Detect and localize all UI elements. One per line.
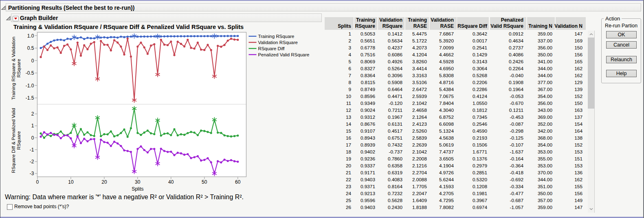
svg-text:-1.5: -1.5	[26, 95, 34, 101]
svg-text:0: 0	[31, 58, 34, 64]
svg-text:-1.0: -1.0	[26, 83, 34, 89]
svg-text:-3: -3	[30, 171, 34, 176]
svg-text:1: 1	[31, 123, 34, 129]
svg-text:60: 60	[235, 179, 241, 185]
svg-text:20: 20	[101, 179, 107, 185]
svg-text:0: 0	[31, 135, 34, 141]
svg-text:2: 2	[31, 111, 34, 117]
svg-text:-1: -1	[30, 147, 34, 153]
svg-text:0.5: 0.5	[27, 45, 34, 51]
svg-text:Training RSquare & Validation: Training RSquare & Validation	[11, 37, 16, 100]
svg-text:0: 0	[36, 179, 39, 185]
svg-text:Validation RSquare: Validation RSquare	[258, 40, 298, 45]
svg-text:RSquare Diff: RSquare Diff	[258, 46, 285, 51]
svg-text:RSquare: RSquare	[16, 59, 21, 78]
svg-text:1.0: 1.0	[27, 33, 34, 39]
svg-text:Penalized Valid RSquare: Penalized Valid RSquare	[258, 52, 310, 57]
svg-text:Splits: Splits	[132, 186, 143, 192]
svg-text:Training RSquare: Training RSquare	[258, 34, 295, 39]
svg-text:30: 30	[135, 179, 141, 185]
svg-text:40: 40	[168, 179, 174, 185]
svg-text:Training & Validation RSquare: Training & Validation RSquare / RSquare …	[13, 24, 244, 30]
svg-text:50: 50	[202, 179, 207, 185]
svg-text:RSquare Diff & Penalized Valid: RSquare Diff & Penalized Valid	[11, 108, 16, 173]
svg-text:RSquare: RSquare	[16, 131, 21, 150]
svg-text:-2: -2	[30, 159, 34, 165]
svg-text:10: 10	[68, 179, 74, 185]
svg-text:-0.5: -0.5	[26, 70, 34, 76]
